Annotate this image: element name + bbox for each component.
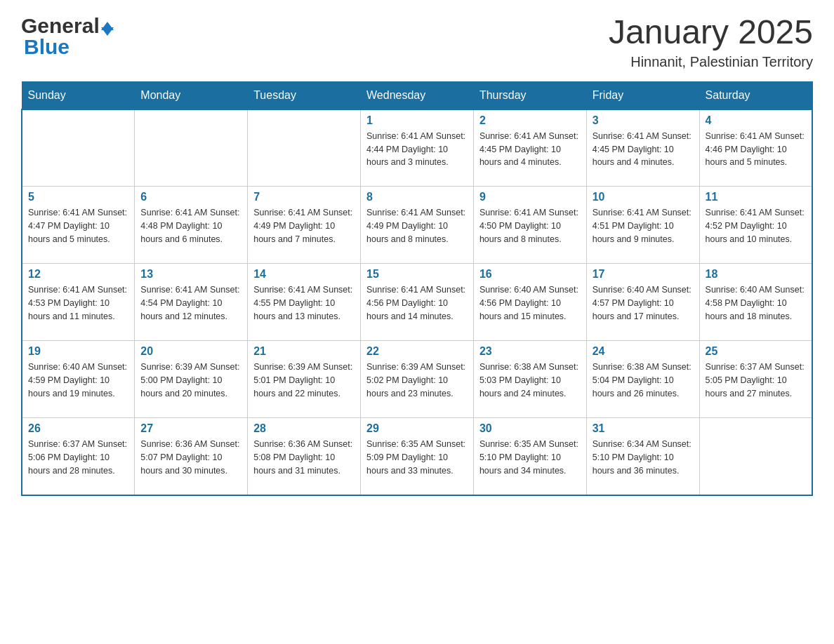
page-header: General Blue January 2025 Hinnanit, Pale…	[21, 14, 813, 70]
calendar-cell: 21Sunrise: 6:39 AM Sunset: 5:01 PM Dayli…	[248, 341, 361, 418]
calendar-week-1: 1Sunrise: 6:41 AM Sunset: 4:44 PM Daylig…	[22, 109, 812, 187]
page-title: January 2025	[609, 14, 813, 51]
day-number: 6	[140, 191, 241, 203]
day-info: Sunrise: 6:39 AM Sunset: 5:01 PM Dayligh…	[253, 362, 352, 398]
calendar-cell: 12Sunrise: 6:41 AM Sunset: 4:53 PM Dayli…	[22, 264, 135, 341]
day-number: 4	[706, 114, 806, 127]
day-number: 19	[28, 345, 128, 358]
day-info: Sunrise: 6:41 AM Sunset: 4:54 PM Dayligh…	[140, 285, 239, 321]
calendar-cell: 22Sunrise: 6:39 AM Sunset: 5:02 PM Dayli…	[361, 341, 474, 418]
calendar-cell: 16Sunrise: 6:40 AM Sunset: 4:56 PM Dayli…	[473, 264, 586, 341]
calendar-cell: 30Sunrise: 6:35 AM Sunset: 5:10 PM Dayli…	[473, 418, 586, 495]
day-info: Sunrise: 6:35 AM Sunset: 5:10 PM Dayligh…	[479, 439, 578, 476]
calendar-cell: 28Sunrise: 6:36 AM Sunset: 5:08 PM Dayli…	[248, 418, 361, 495]
calendar-cell: 17Sunrise: 6:40 AM Sunset: 4:57 PM Dayli…	[586, 264, 699, 341]
day-number: 27	[140, 422, 241, 435]
day-info: Sunrise: 6:41 AM Sunset: 4:46 PM Dayligh…	[706, 131, 805, 168]
day-number: 29	[366, 422, 468, 435]
day-info: Sunrise: 6:37 AM Sunset: 5:06 PM Dayligh…	[28, 439, 127, 476]
day-info: Sunrise: 6:39 AM Sunset: 5:00 PM Dayligh…	[140, 362, 239, 398]
day-number: 1	[366, 114, 468, 127]
calendar-cell: 15Sunrise: 6:41 AM Sunset: 4:56 PM Dayli…	[361, 264, 474, 341]
day-number: 12	[28, 268, 128, 281]
day-info: Sunrise: 6:38 AM Sunset: 5:04 PM Dayligh…	[593, 362, 691, 398]
calendar-cell: 20Sunrise: 6:39 AM Sunset: 5:00 PM Dayli…	[135, 341, 248, 418]
day-info: Sunrise: 6:41 AM Sunset: 4:48 PM Dayligh…	[140, 208, 239, 244]
day-number: 26	[28, 422, 128, 435]
day-info: Sunrise: 6:41 AM Sunset: 4:50 PM Dayligh…	[479, 208, 578, 244]
calendar-cell: 3Sunrise: 6:41 AM Sunset: 4:45 PM Daylig…	[586, 109, 699, 187]
calendar-cell: 11Sunrise: 6:41 AM Sunset: 4:52 PM Dayli…	[699, 187, 812, 264]
calendar-cell: 24Sunrise: 6:38 AM Sunset: 5:04 PM Dayli…	[586, 341, 699, 418]
day-info: Sunrise: 6:34 AM Sunset: 5:10 PM Dayligh…	[593, 439, 691, 476]
calendar-cell	[699, 418, 812, 495]
title-block: January 2025 Hinnanit, Palestinian Terri…	[609, 14, 813, 70]
day-info: Sunrise: 6:36 AM Sunset: 5:07 PM Dayligh…	[140, 439, 239, 476]
header-friday: Friday	[586, 81, 699, 109]
day-info: Sunrise: 6:41 AM Sunset: 4:56 PM Dayligh…	[366, 285, 465, 321]
day-number: 20	[140, 345, 241, 358]
calendar-cell: 4Sunrise: 6:41 AM Sunset: 4:46 PM Daylig…	[699, 109, 812, 187]
page-subtitle: Hinnanit, Palestinian Territory	[609, 54, 813, 70]
calendar-cell: 31Sunrise: 6:34 AM Sunset: 5:10 PM Dayli…	[586, 418, 699, 495]
calendar-week-4: 19Sunrise: 6:40 AM Sunset: 4:59 PM Dayli…	[22, 341, 812, 418]
day-number: 10	[593, 191, 694, 203]
header-monday: Monday	[135, 81, 248, 109]
day-info: Sunrise: 6:41 AM Sunset: 4:49 PM Dayligh…	[253, 208, 352, 244]
logo-blue-text: Blue	[24, 35, 70, 58]
calendar-cell	[22, 109, 135, 187]
calendar-cell: 19Sunrise: 6:40 AM Sunset: 4:59 PM Dayli…	[22, 341, 135, 418]
calendar-header-row: SundayMondayTuesdayWednesdayThursdayFrid…	[22, 81, 812, 109]
day-number: 18	[706, 268, 806, 281]
day-number: 28	[253, 422, 355, 435]
header-sunday: Sunday	[22, 81, 135, 109]
logo-flag-icon	[101, 22, 114, 36]
calendar-cell: 14Sunrise: 6:41 AM Sunset: 4:55 PM Dayli…	[248, 264, 361, 341]
day-number: 11	[706, 191, 806, 203]
day-number: 14	[253, 268, 355, 281]
day-number: 23	[479, 345, 581, 358]
day-info: Sunrise: 6:36 AM Sunset: 5:08 PM Dayligh…	[253, 439, 352, 476]
day-info: Sunrise: 6:41 AM Sunset: 4:55 PM Dayligh…	[253, 285, 352, 321]
day-info: Sunrise: 6:41 AM Sunset: 4:45 PM Dayligh…	[479, 131, 578, 168]
day-info: Sunrise: 6:41 AM Sunset: 4:49 PM Dayligh…	[366, 208, 465, 244]
day-number: 13	[140, 268, 241, 281]
day-number: 15	[366, 268, 468, 281]
calendar-cell: 29Sunrise: 6:35 AM Sunset: 5:09 PM Dayli…	[361, 418, 474, 495]
calendar-cell: 9Sunrise: 6:41 AM Sunset: 4:50 PM Daylig…	[473, 187, 586, 264]
day-number: 22	[366, 345, 468, 358]
day-number: 9	[479, 191, 581, 203]
calendar-cell: 26Sunrise: 6:37 AM Sunset: 5:06 PM Dayli…	[22, 418, 135, 495]
calendar-cell: 23Sunrise: 6:38 AM Sunset: 5:03 PM Dayli…	[473, 341, 586, 418]
calendar-cell	[135, 109, 248, 187]
calendar-cell: 25Sunrise: 6:37 AM Sunset: 5:05 PM Dayli…	[699, 341, 812, 418]
day-number: 25	[706, 345, 806, 358]
day-info: Sunrise: 6:41 AM Sunset: 4:47 PM Dayligh…	[28, 208, 127, 244]
calendar-cell: 13Sunrise: 6:41 AM Sunset: 4:54 PM Dayli…	[135, 264, 248, 341]
day-number: 5	[28, 191, 128, 203]
day-info: Sunrise: 6:40 AM Sunset: 4:58 PM Dayligh…	[706, 285, 805, 321]
logo-general-text: General	[21, 14, 100, 38]
header-thursday: Thursday	[473, 81, 586, 109]
day-info: Sunrise: 6:35 AM Sunset: 5:09 PM Dayligh…	[366, 439, 465, 476]
day-number: 7	[253, 191, 355, 203]
calendar-cell: 10Sunrise: 6:41 AM Sunset: 4:51 PM Dayli…	[586, 187, 699, 264]
day-info: Sunrise: 6:41 AM Sunset: 4:52 PM Dayligh…	[706, 208, 805, 244]
calendar-week-2: 5Sunrise: 6:41 AM Sunset: 4:47 PM Daylig…	[22, 187, 812, 264]
day-number: 8	[366, 191, 468, 203]
day-info: Sunrise: 6:39 AM Sunset: 5:02 PM Dayligh…	[366, 362, 465, 398]
day-number: 30	[479, 422, 581, 435]
header-saturday: Saturday	[699, 81, 812, 109]
header-tuesday: Tuesday	[248, 81, 361, 109]
calendar-cell	[248, 109, 361, 187]
calendar-table: SundayMondayTuesdayWednesdayThursdayFrid…	[21, 81, 813, 496]
header-wednesday: Wednesday	[361, 81, 474, 109]
day-number: 3	[593, 114, 694, 127]
day-info: Sunrise: 6:41 AM Sunset: 4:53 PM Dayligh…	[28, 285, 127, 321]
day-info: Sunrise: 6:38 AM Sunset: 5:03 PM Dayligh…	[479, 362, 578, 398]
logo: General Blue	[21, 14, 115, 59]
calendar-cell: 7Sunrise: 6:41 AM Sunset: 4:49 PM Daylig…	[248, 187, 361, 264]
day-number: 17	[593, 268, 694, 281]
day-info: Sunrise: 6:40 AM Sunset: 4:56 PM Dayligh…	[479, 285, 578, 321]
day-info: Sunrise: 6:41 AM Sunset: 4:44 PM Dayligh…	[366, 131, 465, 168]
